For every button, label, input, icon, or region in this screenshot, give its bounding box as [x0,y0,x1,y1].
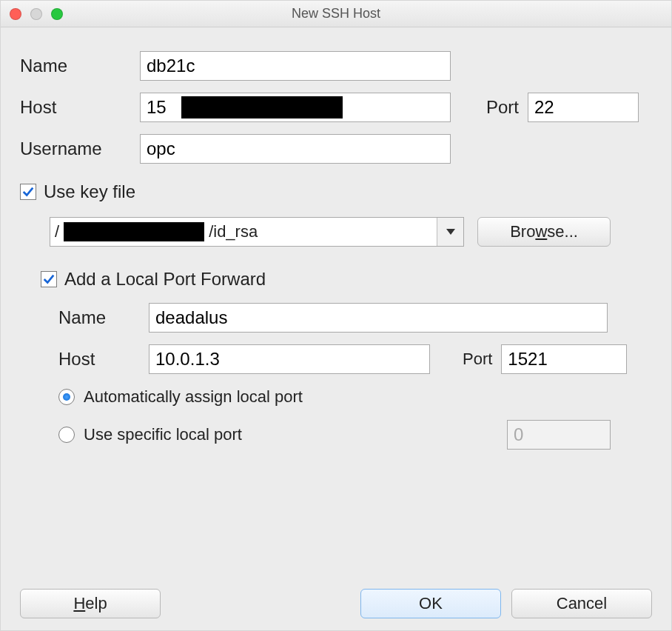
keyfile-prefix: / [50,222,61,241]
help-label-rest: elp [85,594,107,613]
svg-marker-0 [446,229,455,235]
forward-fields: Name Host Port Automatically assign loca… [58,303,652,450]
forward-host-input[interactable] [149,344,430,374]
title-bar: New SSH Host [1,1,671,27]
forward-port-input[interactable] [501,344,627,374]
window-title: New SSH Host [1,6,671,21]
use-keyfile-checkbox[interactable] [20,184,36,200]
checkmark-icon [21,185,35,198]
label-port: Port [486,97,519,118]
browse-label-underlined: w [535,222,547,241]
keyfile-dropdown-button[interactable] [437,218,463,246]
cancel-label: Cancel [557,594,607,613]
forward-port-label: Port [463,350,492,369]
minimize-window-icon [30,8,42,20]
name-input[interactable] [140,51,451,81]
dialog-content: Name Host Port Username Use key file / /… [1,27,671,450]
browse-button[interactable]: Browse... [477,217,611,247]
forward-name-input[interactable] [149,303,608,333]
keyfile-combo[interactable]: / /id_rsa [50,217,464,247]
redacted-keyfile-overlay [64,222,204,241]
forward-host-row: Host Port [58,344,652,374]
close-window-icon[interactable] [10,8,21,20]
use-keyfile-row: Use key file [20,181,652,202]
ok-label: OK [419,594,443,613]
specific-port-radio[interactable] [58,427,75,443]
zoom-window-icon[interactable] [51,8,63,20]
label-username: Username [20,138,131,159]
keyfile-suffix: /id_rsa [207,222,258,241]
keyfile-row: / /id_rsa Browse... [50,217,652,247]
specific-port-row: Use specific local port [58,420,652,450]
use-keyfile-label: Use key file [44,181,135,202]
port-forward-group: Add a Local Port Forward Name Host Port … [41,269,652,450]
row-username: Username [20,134,652,164]
label-host: Host [20,97,131,118]
row-name: Name [20,51,652,81]
footer: Help OK Cancel [1,589,671,618]
help-button[interactable]: Help [20,589,161,618]
auto-assign-radio-row: Automatically assign local port [58,387,652,407]
username-input[interactable] [140,134,451,164]
redacted-host-overlay [181,96,343,118]
specific-port-label: Use specific local port [84,425,242,444]
traffic-lights [10,8,63,20]
ok-button[interactable]: OK [360,589,501,618]
cancel-button[interactable]: Cancel [511,589,652,618]
port-input[interactable] [528,93,639,122]
add-port-forward-label: Add a Local Port Forward [64,269,266,290]
specific-port-input [507,420,611,450]
forward-name-row: Name [58,303,652,333]
label-name: Name [20,56,131,76]
help-label-underlined: H [73,594,85,613]
add-port-forward-row: Add a Local Port Forward [41,269,652,290]
forward-name-label: Name [58,307,140,328]
specific-port-left: Use specific local port [58,425,242,444]
forward-host-label: Host [58,349,140,370]
radio-dot-icon [63,393,70,401]
row-host: Host Port [20,93,652,122]
browse-label-suffix: se... [547,222,578,241]
auto-assign-radio[interactable] [58,389,75,405]
auto-assign-label: Automatically assign local port [84,387,303,407]
add-port-forward-checkbox[interactable] [41,271,57,287]
checkmark-icon [42,273,56,286]
browse-label-prefix: Bro [510,222,535,241]
chevron-down-icon [446,229,455,235]
